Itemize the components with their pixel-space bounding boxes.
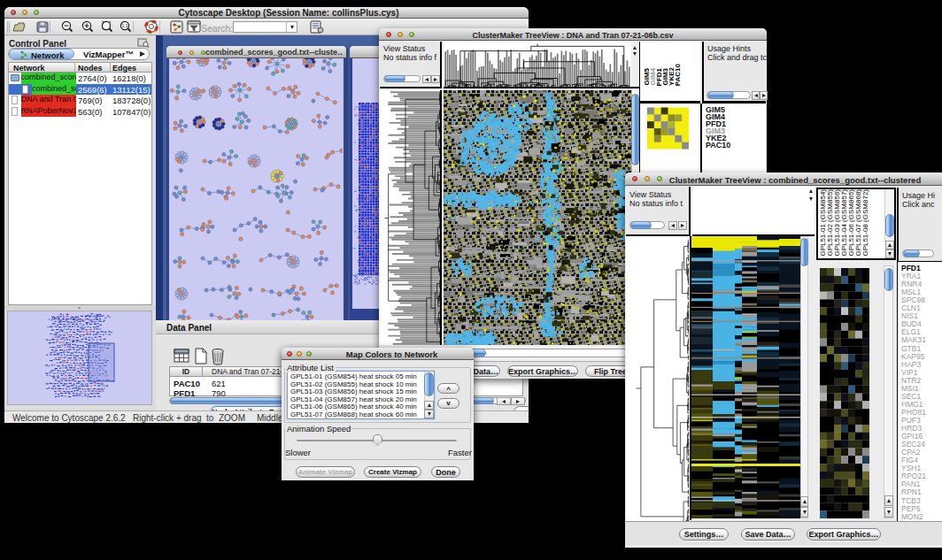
svg-text:1:1: 1:1 [122, 23, 128, 28]
